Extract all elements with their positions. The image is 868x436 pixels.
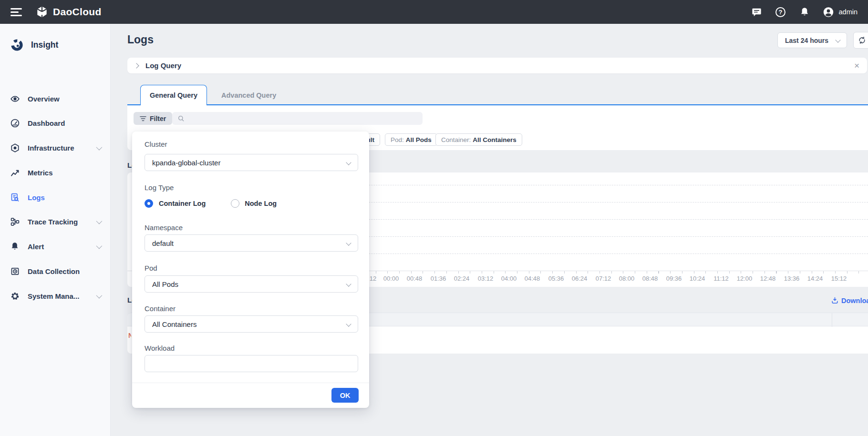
time-range-value: Last 24 hours	[785, 37, 828, 44]
ok-button[interactable]: OK	[331, 388, 359, 403]
chevron-down-icon	[96, 144, 103, 150]
container-select[interactable]: All Containers	[145, 315, 358, 333]
cluster-select[interactable]: kpanda-global-cluster	[145, 154, 358, 171]
sidebar-item-infrastructure[interactable]: Infrastructure	[0, 138, 110, 157]
x-axis-label: 12:00	[737, 275, 753, 282]
sidebar-item-dashboard[interactable]: Dashboard	[0, 113, 110, 132]
sidebar-toggle-icon[interactable]	[10, 8, 22, 16]
chart-x-axis-ticks	[364, 271, 868, 274]
sidebar-item-system-management[interactable]: System Mana...	[0, 286, 110, 305]
product-name: Insight	[31, 40, 58, 50]
search-box[interactable]	[172, 112, 423, 125]
radio-node-log[interactable]	[231, 199, 239, 208]
tab-advanced-query[interactable]: Advanced Query	[221, 85, 276, 105]
sidebar-item-metrics[interactable]: Metrics	[0, 163, 110, 182]
log-query-panel-header[interactable]: Log Query ×	[127, 58, 867, 73]
chevron-down-icon	[346, 281, 351, 286]
pod-select[interactable]: All Pods	[145, 275, 358, 293]
sidebar-item-trace-tracking[interactable]: Trace Tracking	[0, 212, 110, 231]
cluster-label: Cluster	[145, 140, 167, 148]
x-axis-label: 14:24	[807, 275, 823, 282]
gauge-icon	[10, 118, 20, 128]
trace-icon	[10, 216, 20, 227]
pod-label: Pod	[145, 264, 157, 272]
chevron-down-icon	[346, 321, 351, 326]
app-screen: DaoCloud ?	[0, 0, 868, 436]
download-icon	[831, 296, 839, 304]
time-range-select[interactable]: Last 24 hours	[777, 32, 847, 48]
bell-icon	[10, 241, 20, 252]
tab-general-query[interactable]: General Query	[140, 85, 207, 105]
x-axis-label: 03:12	[478, 275, 494, 282]
container-label: Container	[145, 304, 176, 313]
page-title: Logs	[127, 33, 154, 46]
chevron-down-icon	[835, 37, 840, 42]
daocloud-logo-icon	[35, 5, 49, 19]
log-row-marker: N	[128, 332, 131, 338]
x-axis-label: 15:12	[831, 275, 847, 282]
insight-logo-icon	[10, 39, 23, 51]
topbar-actions: ? admin	[751, 6, 858, 18]
search-icon	[177, 115, 185, 122]
log-type-radio-group: Container Log Node Log	[145, 199, 277, 208]
radio-container-log[interactable]	[145, 199, 153, 208]
filter-icon	[140, 116, 146, 122]
sidebar-item-data-collection[interactable]: Data Collection	[0, 262, 110, 281]
table-column-divider	[832, 313, 832, 327]
chevron-down-icon	[346, 160, 351, 165]
eye-icon	[10, 93, 20, 104]
help-icon[interactable]: ?	[775, 6, 786, 18]
download-link[interactable]: Download	[831, 296, 868, 304]
x-axis-label: 02:24	[454, 275, 470, 282]
x-axis-label: 04:00	[501, 275, 517, 282]
log-type-label: Log Type	[145, 183, 174, 192]
chat-icon[interactable]	[751, 6, 763, 18]
x-axis-label: 00:48	[407, 275, 423, 282]
filter-popup: Cluster kpanda-global-cluster Log Type C…	[132, 132, 369, 408]
notifications-bell-icon[interactable]	[799, 6, 810, 18]
filter-chip-pod[interactable]: Pod: All Pods	[385, 133, 437, 146]
namespace-select[interactable]: default	[145, 234, 358, 252]
filter-chip-container[interactable]: Container: All Containers	[435, 133, 522, 146]
hexagon-icon	[10, 142, 20, 153]
sidebar-item-logs[interactable]: Logs	[0, 188, 110, 207]
product-header: Insight	[0, 34, 111, 55]
collection-icon	[10, 266, 20, 276]
workload-input[interactable]	[145, 355, 358, 372]
gear-icon	[10, 291, 20, 301]
chevron-down-icon	[346, 240, 351, 245]
chevron-down-icon	[96, 218, 103, 224]
sidebar-item-alert[interactable]: Alert	[0, 237, 110, 256]
brand: DaoCloud	[35, 5, 102, 19]
refresh-button[interactable]	[853, 32, 868, 49]
brand-name: DaoCloud	[53, 6, 102, 18]
username[interactable]: admin	[839, 8, 858, 16]
workload-label: Workload	[145, 344, 175, 352]
close-icon[interactable]: ×	[854, 61, 859, 70]
x-axis-label: 06:24	[572, 275, 588, 282]
chevron-down-icon	[96, 292, 103, 298]
metrics-icon	[10, 167, 20, 178]
namespace-label: Namespace	[145, 223, 183, 232]
x-axis-label: 04:48	[525, 275, 540, 282]
x-axis-label: 11:12	[713, 275, 729, 282]
chevron-right-icon[interactable]	[134, 63, 139, 68]
x-axis-label: 10:24	[690, 275, 705, 282]
topbar: DaoCloud ?	[0, 0, 868, 24]
search-input[interactable]	[188, 115, 423, 122]
x-axis-label: 05:36	[548, 275, 564, 282]
refresh-icon	[858, 36, 867, 45]
download-label: Download	[841, 297, 868, 304]
sidebar-item-overview[interactable]: Overview	[0, 89, 110, 108]
x-axis-label: 00:00	[383, 275, 399, 282]
filter-button[interactable]: Filter	[134, 112, 172, 125]
chevron-down-icon	[96, 243, 103, 249]
x-axis-label: 09:36	[666, 275, 682, 282]
log-search-icon	[10, 192, 20, 203]
popup-footer: OK	[132, 383, 369, 408]
x-axis-label: 12:48	[760, 275, 776, 282]
x-axis-label: 13:36	[784, 275, 800, 282]
user-avatar-icon[interactable]	[823, 6, 834, 18]
sidebar: Insight Overview Dashboard	[0, 24, 111, 436]
x-axis-label: 08:48	[642, 275, 658, 282]
